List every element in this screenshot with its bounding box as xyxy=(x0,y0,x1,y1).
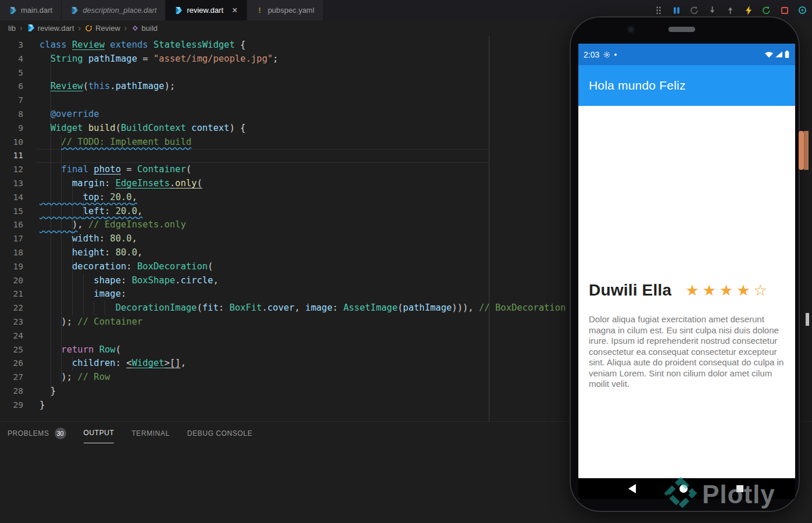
code-token: ( xyxy=(83,81,88,91)
step-up-icon[interactable] xyxy=(725,5,735,15)
code-line-text[interactable]: DecorationImage(fit: BoxFit.cover, image… xyxy=(40,301,566,315)
line-number[interactable]: 8 xyxy=(0,108,23,122)
code-line-text[interactable]: ), // EdgeInsets.only xyxy=(40,218,186,232)
code-line-text[interactable]: Review(this.pathImage); xyxy=(40,80,175,94)
code-token: String xyxy=(51,54,83,64)
code-line-text[interactable]: left: 20.0, xyxy=(40,205,142,219)
line-number[interactable]: 21 xyxy=(0,287,23,301)
stop-icon[interactable] xyxy=(779,5,789,15)
code-line-text[interactable]: ); // Container xyxy=(40,315,142,329)
line-number[interactable]: 11 xyxy=(0,149,23,163)
line-number[interactable]: 22 xyxy=(0,301,23,315)
line-number[interactable]: 6 xyxy=(0,80,23,94)
code-token: 20.0 xyxy=(110,192,131,202)
line-number[interactable]: 28 xyxy=(0,385,23,399)
code-token: Container xyxy=(137,164,186,175)
panel-tab-problems[interactable]: PROBLEMS30 xyxy=(8,421,66,445)
line-number[interactable]: 3 xyxy=(0,38,23,52)
nav-bar xyxy=(578,478,795,499)
panel-tab-output[interactable]: OUTPUT xyxy=(84,422,115,443)
status-bar: 2:03 xyxy=(578,44,795,65)
code-line-text[interactable]: Widget build(BuildContext context) { xyxy=(40,122,246,136)
line-number[interactable]: 26 xyxy=(0,357,23,371)
breadcrumb-item-lib[interactable]: lib xyxy=(8,24,16,33)
close-icon[interactable]: × xyxy=(232,6,237,15)
breadcrumb-item-review.dart[interactable]: review.dart xyxy=(27,24,74,33)
line-number[interactable]: 9 xyxy=(0,122,23,136)
restart-icon[interactable] xyxy=(689,5,699,15)
panel-tab-debug-console[interactable]: DEBUG CONSOLE xyxy=(187,423,253,443)
wifi-icon xyxy=(765,51,773,58)
code-line-text[interactable]: decoration: BoxDecoration( xyxy=(40,260,213,274)
line-number[interactable]: 4 xyxy=(0,52,23,66)
line-number[interactable]: 20 xyxy=(0,274,23,288)
code-token: Widget xyxy=(51,123,83,133)
code-line-text[interactable]: String pathImage = "asset/img/people.jpg… xyxy=(40,52,278,66)
devtools-icon[interactable] xyxy=(797,5,807,15)
line-number[interactable]: 24 xyxy=(0,329,23,343)
line-number[interactable]: 14 xyxy=(0,191,23,205)
line-number[interactable]: 10 xyxy=(0,136,23,150)
code-token: ); xyxy=(61,316,77,327)
line-number[interactable]: 12 xyxy=(0,163,23,177)
line-number[interactable]: 18 xyxy=(0,246,23,260)
hot-reload-bolt-icon[interactable] xyxy=(743,5,753,15)
content-title: Duwili Ella xyxy=(589,281,671,300)
code-line-text[interactable]: class Review extends StatelessWidget { xyxy=(40,38,246,52)
code-line-text[interactable]: } xyxy=(40,385,56,399)
code-line-text[interactable]: height: 80.0, xyxy=(40,246,142,260)
pause-icon[interactable] xyxy=(671,5,681,15)
code-token: children xyxy=(72,358,116,368)
line-number[interactable]: 15 xyxy=(0,205,23,219)
line-number[interactable]: 7 xyxy=(0,94,23,108)
panel-tab-terminal[interactable]: TERMINAL xyxy=(131,423,169,443)
power-button[interactable] xyxy=(799,131,804,170)
code-line-text[interactable]: ); // Row xyxy=(40,371,110,385)
phone-screen[interactable]: 2:03 Hola mundo Feliz Duwili Ella ★★★★☆ … xyxy=(578,44,795,499)
code-line-text[interactable]: @override xyxy=(40,108,99,122)
code-line-text[interactable]: width: 80.0, xyxy=(40,232,137,246)
code-line-text[interactable]: final photo = Container( xyxy=(40,163,191,177)
code-token: "asset/img/people.jpg" xyxy=(153,54,273,64)
back-icon[interactable] xyxy=(628,484,636,493)
line-number[interactable]: 13 xyxy=(0,177,23,191)
line-number[interactable]: 23 xyxy=(0,315,23,329)
code-line-text[interactable]: margin: EdgeInsets.only( xyxy=(40,177,202,191)
code-line-text[interactable]: } xyxy=(40,399,45,412)
code-token: . xyxy=(262,303,267,313)
line-number[interactable]: 27 xyxy=(0,371,23,385)
code-line-text[interactable]: children: <Widget>[], xyxy=(40,357,186,371)
code-token xyxy=(40,164,61,175)
drag-handle-icon[interactable] xyxy=(653,5,663,15)
tab-pubspec.yaml[interactable]: !pubspec.yaml xyxy=(247,0,324,20)
line-number[interactable]: 29 xyxy=(0,399,23,412)
code-token: BuildContext xyxy=(121,123,186,133)
code-token xyxy=(40,123,51,133)
line-number[interactable]: 19 xyxy=(0,260,23,274)
home-icon[interactable] xyxy=(679,485,688,493)
breadcrumb-item-Review[interactable]: Review xyxy=(85,24,120,33)
tab-review.dart[interactable]: review.dart× xyxy=(166,0,246,20)
line-number[interactable]: 25 xyxy=(0,343,23,357)
line-number[interactable]: 16 xyxy=(0,218,23,232)
tab-description_place.dart[interactable]: description_place.dart xyxy=(62,0,166,20)
code-token xyxy=(40,303,116,313)
code-token: EdgeInsets xyxy=(116,178,170,188)
code-line-text[interactable]: return Row( xyxy=(40,343,121,357)
recents-icon[interactable] xyxy=(736,485,743,492)
code-token: this xyxy=(88,81,110,91)
code-line-text[interactable]: shape: BoxShape.circle, xyxy=(40,274,219,288)
tab-main.dart[interactable]: main.dart xyxy=(0,0,62,20)
step-down-icon[interactable] xyxy=(707,5,717,15)
breadcrumb-item-build[interactable]: build xyxy=(131,24,158,33)
code-token: photo xyxy=(94,164,121,175)
code-line-text[interactable]: image: xyxy=(40,287,126,301)
code-line-text[interactable]: // TODO: Implement build xyxy=(40,136,191,150)
line-number[interactable]: 17 xyxy=(0,232,23,246)
line-number[interactable]: 5 xyxy=(0,66,23,80)
code-line-text[interactable]: top: 20.0, xyxy=(40,191,137,205)
code-token: ( xyxy=(197,303,202,313)
overview-ruler-cursor-mark xyxy=(806,313,809,326)
hot-restart-icon[interactable] xyxy=(761,5,771,15)
code-token: , xyxy=(77,219,88,230)
